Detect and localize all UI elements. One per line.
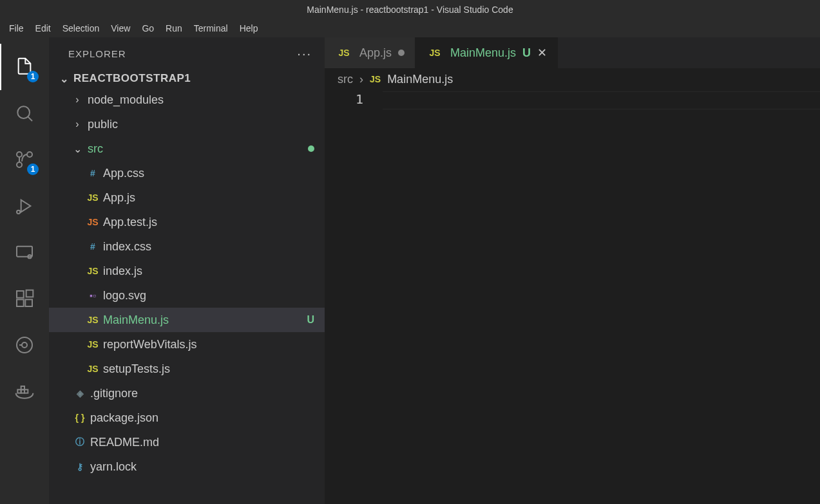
css-icon: # — [84, 241, 102, 252]
svg-point-14 — [22, 342, 27, 348]
file-name: README.md — [90, 436, 159, 449]
activity-bar: 1 1 — [0, 37, 49, 504]
chevron-right-icon: › — [359, 73, 363, 86]
root-folder-name: REACTBOOTSTRAP1 — [73, 72, 191, 85]
menu-bar: File Edit Selection View Go Run Terminal… — [0, 19, 820, 37]
file-item[interactable]: JSApp.js — [49, 185, 325, 210]
more-actions-icon[interactable]: ··· — [297, 46, 312, 61]
svg-marker-5 — [21, 200, 31, 212]
sidebar-title: EXPLORER — [68, 48, 126, 59]
line-number: 1 — [325, 91, 363, 107]
chevron-icon: › — [71, 94, 84, 106]
js-icon: JS — [84, 339, 102, 350]
chevron-down-icon: ⌄ — [58, 73, 71, 85]
activity-gitlens[interactable] — [0, 322, 49, 368]
editor-content[interactable] — [383, 90, 820, 504]
file-item[interactable]: ⚷yarn.lock — [49, 454, 325, 479]
file-item[interactable]: JSMainMenu.jsU — [49, 308, 325, 332]
menu-selection[interactable]: Selection — [57, 22, 105, 35]
file-name: logo.svg — [103, 289, 146, 303]
editor-body[interactable]: 1 — [325, 90, 820, 504]
file-item[interactable]: ⓘREADME.md — [49, 430, 325, 454]
breadcrumbs[interactable]: src › JS MainMenu.js — [325, 68, 820, 90]
breadcrumb-folder[interactable]: src — [338, 73, 353, 86]
js-icon: JS — [84, 192, 102, 203]
file-item[interactable]: ▪▫logo.svg — [49, 283, 325, 308]
close-icon[interactable]: ✕ — [537, 46, 547, 60]
file-item[interactable]: JSreportWebVitals.js — [49, 332, 325, 357]
file-name: App.css — [103, 167, 144, 180]
file-item[interactable]: { }package.json — [49, 406, 325, 430]
file-item[interactable]: ◈.gitignore — [49, 381, 325, 406]
js-icon: JS — [335, 48, 353, 58]
css-icon: # — [84, 168, 102, 178]
window-title-bar: MainMenu.js - reactbootstrap1 - Visual S… — [0, 0, 820, 19]
info-icon: ⓘ — [71, 436, 89, 448]
svg-point-2 — [27, 152, 32, 157]
menu-terminal[interactable]: Terminal — [189, 22, 233, 35]
file-name: yarn.lock — [90, 460, 137, 474]
menu-view[interactable]: View — [106, 22, 135, 35]
explorer-badge: 1 — [27, 71, 39, 82]
scm-badge: 1 — [27, 163, 39, 175]
file-item[interactable]: JSsetupTests.js — [49, 357, 325, 381]
docker-icon — [14, 381, 35, 402]
js-icon: JS — [370, 74, 381, 84]
activity-explorer[interactable]: 1 — [0, 44, 49, 90]
file-name: App.test.js — [103, 216, 157, 229]
file-item[interactable]: JSindex.js — [49, 259, 325, 283]
activity-docker[interactable] — [0, 368, 49, 415]
git-icon: ◈ — [71, 388, 89, 398]
sidebar: EXPLORER ··· ⌄ REACTBOOTSTRAP1 ›node_mod… — [49, 37, 325, 504]
folder-item[interactable]: ›node_modules — [49, 88, 325, 112]
folder-item[interactable]: ›public — [49, 112, 325, 136]
activity-remote[interactable] — [0, 229, 49, 275]
tab-mainmenu-js[interactable]: JS MainMenu.js U ✕ — [415, 37, 558, 68]
svg-line-1 — [28, 117, 32, 121]
file-name: index.css — [103, 240, 151, 254]
svg-rect-12 — [26, 290, 33, 297]
yarn-icon: ⚷ — [71, 462, 89, 472]
folder-name: node_modules — [88, 93, 164, 107]
search-icon — [14, 103, 35, 124]
git-modified-dot-icon — [308, 145, 314, 152]
breadcrumb-file[interactable]: MainMenu.js — [387, 73, 453, 86]
editor-tabs: JS App.js JS MainMenu.js U ✕ — [325, 37, 820, 68]
svg-point-6 — [17, 210, 20, 214]
file-tree: ⌄ REACTBOOTSTRAP1 ›node_modules›public⌄s… — [49, 70, 325, 504]
folder-item[interactable]: ⌄src — [49, 136, 325, 161]
line-gutter: 1 — [325, 90, 383, 504]
svg-point-13 — [17, 337, 32, 353]
svg-rect-9 — [17, 291, 24, 298]
menu-go[interactable]: Go — [137, 22, 159, 35]
menu-file[interactable]: File — [4, 22, 29, 35]
js-icon: JS — [84, 315, 102, 325]
activity-extensions[interactable] — [0, 275, 49, 322]
svg-icon: ▪▫ — [84, 290, 102, 301]
svg-rect-10 — [17, 299, 24, 306]
activity-source-control[interactable]: 1 — [0, 136, 49, 183]
menu-edit[interactable]: Edit — [30, 22, 56, 35]
git-status: U — [522, 46, 531, 60]
file-name: App.js — [103, 191, 135, 205]
file-item[interactable]: #App.css — [49, 161, 325, 185]
file-name: reportWebVitals.js — [103, 338, 196, 351]
extensions-icon — [14, 288, 35, 309]
tab-app-js[interactable]: JS App.js — [325, 37, 415, 68]
debug-icon — [14, 196, 35, 216]
current-line-highlight — [383, 91, 820, 109]
svg-rect-19 — [21, 386, 24, 389]
activity-search[interactable] — [0, 90, 49, 136]
menu-help[interactable]: Help — [234, 22, 263, 35]
activity-run-debug[interactable] — [0, 183, 49, 229]
js-icon: JS — [84, 266, 102, 276]
window-title: MainMenu.js - reactbootstrap1 - Visual S… — [307, 5, 513, 15]
js-icon: JS — [84, 364, 102, 374]
menu-run[interactable]: Run — [160, 22, 187, 35]
tab-label: App.js — [359, 46, 392, 60]
json-icon: { } — [71, 413, 89, 423]
svg-point-0 — [17, 106, 30, 118]
tree-root[interactable]: ⌄ REACTBOOTSTRAP1 — [49, 70, 325, 88]
file-item[interactable]: JSApp.test.js — [49, 210, 325, 234]
file-item[interactable]: #index.css — [49, 234, 325, 259]
